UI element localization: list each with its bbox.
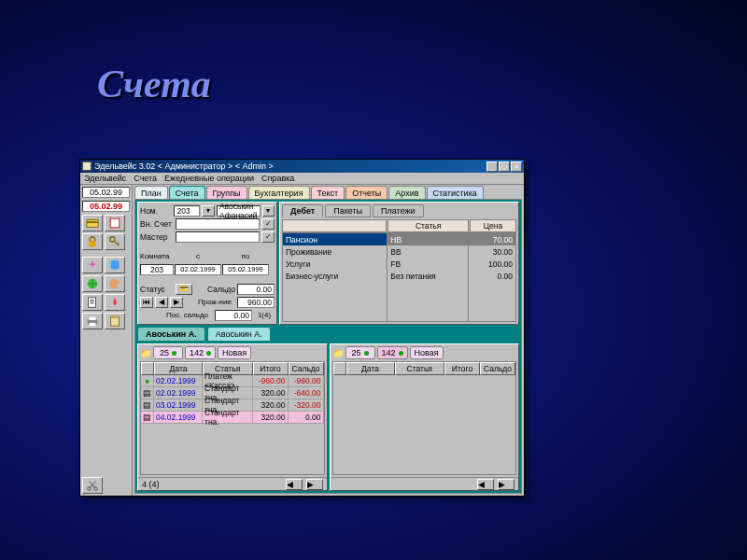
row-saldo: -640.00 bbox=[289, 387, 324, 399]
tool-lock-icon[interactable] bbox=[82, 233, 103, 250]
svc-price-2[interactable]: 100.00 bbox=[469, 258, 515, 270]
label-to: по bbox=[222, 252, 269, 260]
svg-rect-8 bbox=[89, 298, 96, 308]
svg-rect-0 bbox=[87, 220, 98, 228]
tool-clipboard-icon[interactable] bbox=[105, 313, 125, 329]
svc-article-3[interactable]: Без питания bbox=[388, 270, 468, 282]
input-vn[interactable] bbox=[176, 218, 260, 230]
tool-book-icon[interactable] bbox=[105, 215, 125, 231]
pill-right-25[interactable]: 25 bbox=[345, 346, 375, 359]
nav-next-icon[interactable]: ▶ bbox=[170, 297, 183, 308]
tab-stats[interactable]: Статистика bbox=[427, 186, 484, 199]
svc-article-0[interactable]: HB bbox=[388, 233, 468, 245]
nom-dropdown-icon[interactable]: ▾ bbox=[202, 205, 214, 217]
tool-scissors-icon[interactable] bbox=[82, 477, 103, 494]
nav-prev-icon[interactable]: ◀ bbox=[155, 297, 168, 308]
label-master: Мастер bbox=[140, 232, 174, 242]
svc-name-0[interactable]: Пансион bbox=[283, 233, 387, 245]
svc-price-0[interactable]: 70.00 bbox=[469, 233, 515, 245]
titlebar: Эдельвейс 3.02 < Администратор > < Admin… bbox=[80, 160, 524, 173]
master-check-icon[interactable]: ✓ bbox=[261, 231, 275, 243]
gh-article[interactable]: Статья bbox=[395, 362, 445, 375]
pill-left-new[interactable]: Новая bbox=[218, 346, 251, 359]
gh-date[interactable]: Дата bbox=[154, 362, 203, 375]
date-secondary[interactable]: 05.02.99 bbox=[82, 201, 130, 212]
svc-name-1[interactable]: Проживание bbox=[283, 245, 387, 258]
gh-total[interactable]: Итого bbox=[253, 362, 289, 375]
pill-left-142[interactable]: 142 bbox=[185, 346, 216, 359]
tool-globe-icon[interactable] bbox=[82, 275, 103, 292]
gh-date[interactable]: Дата bbox=[346, 362, 395, 375]
menu-edelweiss[interactable]: Эдельвейс bbox=[84, 174, 126, 183]
tab-plan[interactable]: План bbox=[134, 186, 168, 199]
guest-dropdown-icon[interactable]: ▾ bbox=[262, 205, 275, 217]
guest-tab-1[interactable]: Авоськин А. bbox=[137, 327, 205, 342]
tool-drop-icon[interactable] bbox=[105, 294, 125, 311]
nav-first-icon[interactable]: ⏮ bbox=[140, 297, 153, 308]
gh-saldo[interactable]: Сальдо bbox=[480, 362, 515, 375]
maximize-button[interactable]: □ bbox=[499, 161, 510, 172]
value-saldo: 0.00 bbox=[237, 284, 275, 295]
row-icon: ● bbox=[141, 375, 154, 387]
scroll-left-icon[interactable]: ◀ bbox=[477, 479, 494, 490]
tool-db-icon[interactable] bbox=[105, 257, 125, 273]
row-date: 02.02.1999 bbox=[154, 387, 203, 399]
left-toolbar: 05.02.99 05.02.99 bbox=[80, 185, 133, 496]
minimize-button[interactable]: _ bbox=[486, 161, 498, 172]
menu-daily-ops[interactable]: Ежедневные операции bbox=[164, 174, 254, 183]
row-total: 320.00 bbox=[253, 412, 289, 424]
tool-palette-icon[interactable] bbox=[105, 275, 125, 292]
svc-name-3[interactable]: Бизнес-услуги bbox=[283, 270, 387, 282]
guest-tab-2[interactable]: Авоськин А. bbox=[207, 327, 271, 342]
tab-accounts[interactable]: Счета bbox=[169, 186, 205, 199]
vn-check-icon[interactable]: ✓ bbox=[261, 218, 275, 230]
input-guest[interactable]: Авоськин Афанасий bbox=[217, 205, 261, 217]
tool-doc-icon[interactable] bbox=[82, 294, 103, 311]
svc-price-3[interactable]: 0.00 bbox=[469, 270, 515, 282]
svg-rect-3 bbox=[111, 219, 120, 228]
svc-tab-payments[interactable]: Платежи bbox=[373, 204, 424, 217]
main-tabstrip: План Счета Группы Бухгалтерия Текст Отче… bbox=[133, 185, 524, 199]
tab-reports[interactable]: Отчеты bbox=[345, 186, 388, 199]
ledger-right-body[interactable] bbox=[333, 375, 516, 474]
scroll-right-icon[interactable]: ▶ bbox=[498, 479, 514, 490]
ledger-left-body[interactable]: ● 02.02.1999 Платеж <Касса> -960.00 -960… bbox=[141, 375, 324, 474]
svc-grid[interactable]: Пансион Проживание Услуги Бизнес-услуги … bbox=[282, 232, 516, 322]
tab-groups[interactable]: Группы bbox=[206, 186, 247, 199]
menu-help[interactable]: Справка bbox=[261, 174, 294, 183]
svc-name-2[interactable]: Услуги bbox=[283, 258, 387, 270]
status-card-icon[interactable]: 💳 bbox=[176, 284, 192, 295]
close-button[interactable]: × bbox=[511, 161, 522, 172]
ledger-left-status: 4 (4) ◀ ▶ bbox=[138, 477, 327, 490]
pill-right-new[interactable]: Новая bbox=[410, 346, 444, 359]
tool-key-icon[interactable] bbox=[105, 233, 125, 250]
svc-article-1[interactable]: BB bbox=[388, 245, 468, 258]
scroll-right-icon[interactable]: ▶ bbox=[306, 479, 323, 490]
row-date: 04.02.1999 bbox=[154, 412, 203, 424]
gh-saldo[interactable]: Сальдо bbox=[289, 362, 324, 375]
tab-archive[interactable]: Архив bbox=[388, 186, 425, 199]
svc-tab-packages[interactable]: Пакеты bbox=[325, 204, 371, 217]
pill-right-142[interactable]: 142 bbox=[377, 346, 408, 359]
tool-sparkle-icon[interactable] bbox=[82, 257, 103, 273]
gh-total[interactable]: Итого bbox=[444, 362, 480, 375]
folder-icon: 📁 bbox=[140, 348, 151, 358]
svc-article-2[interactable]: FB bbox=[388, 258, 468, 270]
svg-rect-10 bbox=[90, 317, 96, 321]
date-primary[interactable]: 05.02.99 bbox=[82, 187, 130, 198]
tool-card-icon[interactable] bbox=[82, 215, 103, 231]
tab-accounting[interactable]: Бухгалтерия bbox=[248, 186, 310, 199]
ledger-right-status: ◀ ▶ bbox=[331, 477, 519, 490]
menu-accounts[interactable]: Счета bbox=[134, 174, 157, 183]
svc-price-1[interactable]: 30.00 bbox=[469, 245, 515, 258]
input-nom[interactable]: 203 bbox=[174, 205, 200, 217]
svc-tab-debit[interactable]: Дебет bbox=[282, 204, 323, 217]
scroll-left-icon[interactable]: ◀ bbox=[286, 479, 303, 490]
ledger-left: 📁 25 142 Новая Дата Статья Итого Са bbox=[137, 343, 328, 491]
gh-icon bbox=[333, 362, 346, 375]
tab-text[interactable]: Текст bbox=[311, 186, 345, 199]
tool-printer-icon[interactable] bbox=[82, 313, 103, 329]
main-area: План Счета Группы Бухгалтерия Текст Отче… bbox=[133, 185, 524, 496]
input-master[interactable] bbox=[176, 231, 260, 243]
pill-left-25[interactable]: 25 bbox=[153, 346, 183, 359]
